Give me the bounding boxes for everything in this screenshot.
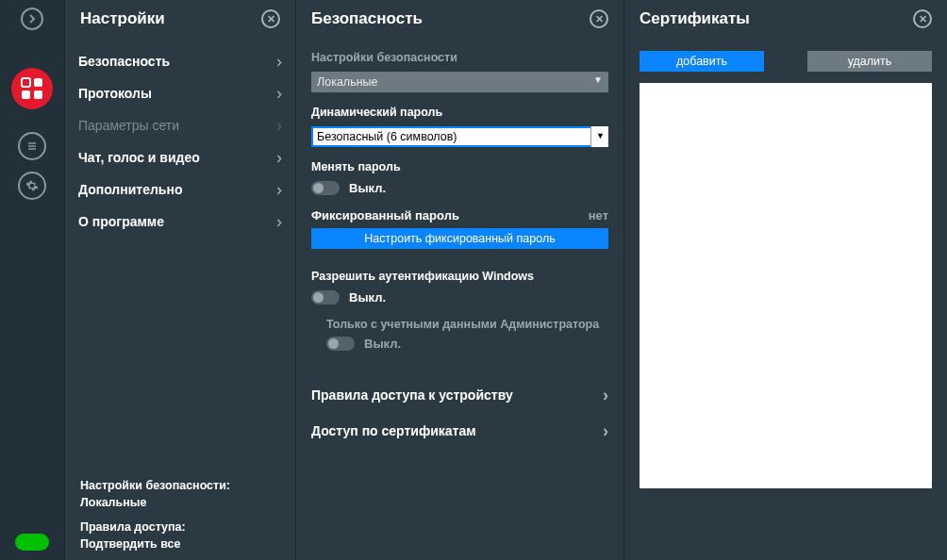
change-pass-toggle[interactable] [311, 181, 340, 195]
change-pass-label: Менять пароль [311, 160, 608, 173]
settings-item-label: Чат, голос и видео [78, 150, 200, 165]
settings-item-advanced[interactable]: Дополнительно › [78, 173, 282, 206]
win-auth-sub-label: Только с учетными данными Администратора [326, 318, 608, 331]
list-icon[interactable] [18, 132, 46, 160]
settings-item-protocols[interactable]: Протоколы › [78, 77, 282, 109]
expand-icon[interactable] [21, 8, 43, 30]
settings-item-label: Безопасность [78, 54, 170, 69]
gear-icon[interactable] [18, 172, 46, 200]
certificates-title: Сертификаты [640, 9, 750, 28]
settings-item-label: О программе [78, 214, 164, 229]
footer-access-label: Правила доступа: [80, 520, 186, 534]
settings-list: Безопасность › Протоколы › Параметры сет… [65, 45, 295, 238]
chevron-right-icon: › [603, 387, 608, 404]
footer-sec-value: Локальные [80, 496, 280, 509]
settings-footer: Настройки безопасности: Локальные Правил… [65, 464, 295, 552]
app-icon[interactable] [11, 68, 53, 109]
cert-access-label: Доступ по сертификатам [311, 423, 476, 438]
footer-access-value: Подтвердить все [80, 537, 280, 551]
settings-item-security[interactable]: Безопасность › [78, 45, 282, 77]
settings-item-label: Протоколы [78, 86, 152, 101]
settings-item-network: Параметры сети › [78, 109, 282, 141]
win-auth-state: Выкл. [349, 290, 386, 305]
close-icon[interactable]: ✕ [913, 9, 932, 28]
footer-sec-label: Настройки безопасности: [80, 479, 230, 492]
win-auth-sub-toggle[interactable] [326, 337, 355, 351]
sec-settings-select[interactable]: Локальные [311, 72, 608, 92]
settings-item-about[interactable]: О программе › [78, 206, 282, 238]
security-panel: Безопасность ✕ Настройки безопасности Ло… [295, 0, 623, 560]
cert-access-row[interactable]: Доступ по сертификатам › [311, 413, 608, 449]
chevron-right-icon: › [276, 181, 282, 198]
chevron-right-icon: › [276, 213, 282, 230]
dyn-pass-select[interactable]: Безопасный (6 символов) [311, 126, 608, 147]
svg-rect-3 [34, 91, 42, 99]
delete-cert-button[interactable]: удалить [807, 51, 932, 72]
fixed-pass-label: Фиксированный пароль [311, 208, 459, 222]
svg-rect-2 [22, 91, 30, 99]
sec-settings-label: Настройки безопасности [311, 51, 608, 64]
left-rail [0, 0, 64, 560]
win-auth-toggle[interactable] [311, 290, 340, 305]
security-title: Безопасность [311, 9, 423, 28]
status-indicator [15, 534, 49, 551]
settings-panel: Настройки ✕ Безопасность › Протоколы › П… [64, 0, 295, 560]
win-auth-label: Разрешить аутентификацию Windows [311, 270, 608, 283]
settings-item-label: Параметры сети [78, 118, 179, 133]
dyn-pass-label: Динамический пароль [311, 106, 608, 119]
chevron-right-icon: › [276, 149, 282, 166]
chevron-right-icon: › [276, 53, 282, 70]
svg-rect-0 [22, 78, 30, 87]
certificates-panel: Сертификаты ✕ добавить удалить [623, 0, 947, 560]
device-access-label: Правила доступа к устройству [311, 387, 513, 403]
chevron-right-icon: › [603, 422, 608, 439]
device-access-row[interactable]: Правила доступа к устройству › [311, 377, 608, 413]
settings-item-chat[interactable]: Чат, голос и видео › [78, 141, 282, 173]
svg-rect-1 [34, 78, 42, 87]
add-cert-button[interactable]: добавить [640, 51, 764, 72]
fixed-pass-button[interactable]: Настроить фиксированный пароль [311, 228, 608, 249]
chevron-right-icon: › [276, 117, 282, 134]
change-pass-state: Выкл. [349, 181, 386, 195]
certificates-list[interactable] [640, 83, 932, 488]
settings-item-label: Дополнительно [78, 182, 182, 197]
win-auth-sub-state: Выкл. [364, 337, 401, 351]
close-icon[interactable]: ✕ [590, 9, 608, 28]
close-icon[interactable]: ✕ [261, 9, 280, 28]
chevron-right-icon: › [276, 85, 282, 102]
fixed-pass-status: нет [589, 208, 608, 222]
settings-title: Настройки [80, 9, 165, 28]
